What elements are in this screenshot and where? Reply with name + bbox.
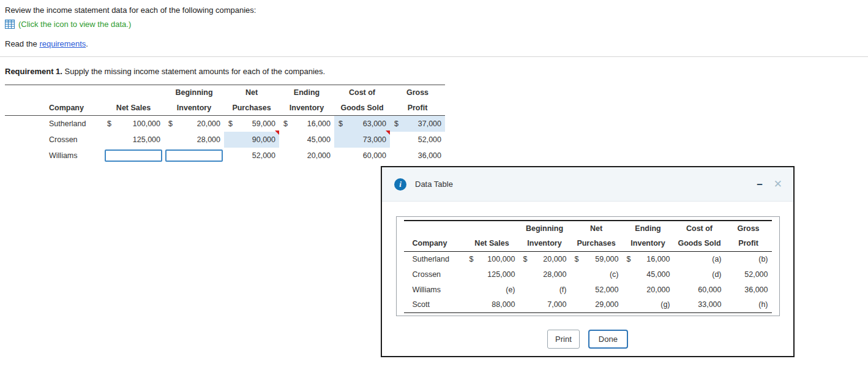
requirement-text: Supply the missing income statement amou…: [62, 67, 325, 76]
col-header-company: Company: [5, 100, 103, 116]
answer-marker-icon: [386, 131, 390, 135]
col-header-purchases: Purchases: [571, 236, 623, 251]
cell-net-purchases-answer[interactable]: 90,000: [224, 132, 279, 148]
cell-company: Crossen: [404, 267, 465, 282]
table-row-crossen: Crossen 125,000 28,000 (c) 45,000 (d) 52…: [404, 267, 772, 282]
cell-net-sales: 88,000: [465, 297, 519, 312]
requirements-link[interactable]: requirements: [39, 39, 86, 48]
cell-cost-of-goods-sold: 60,000: [674, 282, 725, 297]
col-header-profit: Profit: [390, 100, 445, 116]
currency-symbol: $: [523, 255, 528, 263]
col-header-profit: Profit: [725, 236, 772, 251]
cell-beginning-inventory: 28,000: [164, 132, 224, 148]
cell-net-purchases: (c): [571, 267, 623, 282]
col-header-cost-of: Cost of: [674, 221, 725, 236]
currency-symbol: $: [470, 255, 474, 263]
data-table: Beginning Net Ending Cost of Gross Compa…: [404, 220, 772, 313]
currency-symbol: $: [228, 119, 233, 128]
dialog-title: Data Table: [415, 180, 453, 189]
cell-gross-profit: (b): [725, 251, 772, 267]
col-header-beginning: Beginning: [164, 85, 224, 100]
read-prefix: Read the: [5, 39, 39, 48]
cell-net-purchases: $59,000: [224, 116, 279, 132]
cell-gross-profit: 36,000: [390, 148, 445, 164]
cell-beginning-inventory-input: [164, 148, 224, 164]
cell-beginning-inventory: (f): [519, 282, 571, 297]
col-header-net-sales: Net Sales: [465, 236, 519, 251]
requirement-label: Requirement 1.: [5, 67, 62, 76]
cell-net-sales-input: [103, 148, 164, 164]
currency-symbol: $: [283, 119, 288, 128]
header-row-top: Beginning Net Ending Cost of Gross: [404, 221, 772, 236]
cell-ending-inventory: 20,000: [279, 148, 334, 164]
cell-beginning-inventory: 28,000: [519, 267, 571, 282]
cell-net-purchases: 29,000: [571, 297, 623, 312]
table-row-sutherland: Sutherland $100,000 $20,000 $59,000 $16,…: [5, 116, 445, 132]
cell-company: Williams: [404, 282, 465, 297]
col-header-purchases: Purchases: [224, 100, 279, 116]
cell-ending-inventory: 20,000: [623, 282, 674, 297]
cell-beginning-inventory: 7,000: [519, 297, 571, 312]
cell-net-sales: 125,000: [465, 267, 519, 282]
currency-symbol: $: [339, 119, 343, 128]
info-icon: i: [394, 178, 406, 191]
table-row-scott: Scott 88,000 7,000 29,000 (g) 33,000 (h): [404, 297, 772, 312]
dialog-controls: – ✕: [757, 179, 782, 189]
cell-company: Scott: [404, 297, 465, 312]
print-button[interactable]: Print: [547, 330, 580, 349]
dialog-header: i Data Table – ✕: [382, 167, 793, 202]
cell-company: Crossen: [5, 132, 103, 148]
header-row-bottom: Company Net Sales Inventory Purchases In…: [5, 100, 445, 116]
cell-ending-inventory: 45,000: [623, 267, 674, 282]
cell-ending-inventory: $16,000: [623, 251, 674, 267]
currency-symbol: $: [575, 255, 579, 263]
cell-ending-inventory: $16,000: [279, 116, 334, 132]
col-header-ending: Ending: [279, 85, 334, 100]
answer-table: Beginning Net Ending Cost of Gross Compa…: [5, 85, 445, 164]
cell-net-purchases: 52,000: [224, 148, 279, 164]
cell-company: Williams: [5, 148, 103, 164]
close-icon[interactable]: ✕: [774, 179, 782, 189]
cell-net-sales: 125,000: [103, 132, 164, 148]
cell-cost-of-goods-sold: 33,000: [674, 297, 725, 312]
table-row-williams: Williams 52,000 20,000 60,000 36,000: [5, 148, 445, 164]
col-header-inventory: Inventory: [279, 100, 334, 116]
requirement-line: Requirement 1. Supply the missing income…: [0, 57, 868, 76]
minimize-icon[interactable]: –: [757, 179, 762, 189]
cell-cost-of-goods-sold-answer[interactable]: $63,000: [334, 116, 390, 132]
table-row-sutherland: Sutherland $100,000 $20,000 $59,000 $16,…: [404, 251, 772, 267]
col-header-ending: Ending: [623, 221, 674, 236]
col-header-net: Net: [224, 85, 279, 100]
col-header-net-sales: Net Sales: [103, 100, 164, 116]
cell-gross-profit: 36,000: [725, 282, 772, 297]
cell-net-sales: $100,000: [103, 116, 164, 132]
cell-net-sales: $100,000: [465, 251, 519, 267]
col-header-cost-of: Cost of: [334, 85, 390, 100]
read-period: .: [86, 39, 88, 48]
net-sales-input[interactable]: [105, 149, 162, 162]
cell-net-sales: (e): [465, 282, 519, 297]
col-header-inventory: Inventory: [623, 236, 674, 251]
header-row-top: Beginning Net Ending Cost of Gross: [5, 85, 445, 100]
cell-cost-of-goods-sold: (a): [674, 251, 725, 267]
cell-net-purchases: $59,000: [571, 251, 623, 267]
cell-company: Sutherland: [5, 116, 103, 132]
cell-gross-profit: 52,000: [725, 267, 772, 282]
col-header-goods-sold: Goods Sold: [334, 100, 390, 116]
done-button[interactable]: Done: [588, 330, 628, 349]
cell-net-purchases: 52,000: [571, 282, 623, 297]
cell-beginning-inventory: $20,000: [164, 116, 224, 132]
dialog-body: Beginning Net Ending Cost of Gross Compa…: [382, 216, 793, 349]
beginning-inventory-input[interactable]: [165, 149, 223, 162]
page: Review the income statement data for eac…: [0, 0, 868, 386]
data-table-dialog: i Data Table – ✕ Beginning: [381, 166, 795, 357]
cell-gross-profit: (h): [725, 297, 772, 312]
cell-gross-profit-answer[interactable]: $37,000: [390, 116, 445, 132]
currency-symbol: $: [394, 119, 398, 128]
table-row-williams: Williams (e) (f) 52,000 20,000 60,000 36…: [404, 282, 772, 297]
header-row-bottom: Company Net Sales Inventory Purchases In…: [404, 236, 772, 251]
currency-symbol: $: [627, 255, 631, 263]
cell-cost-of-goods-sold-answer[interactable]: 73,000: [334, 132, 390, 148]
read-row: Read the requirements.: [0, 29, 868, 48]
data-table-icon[interactable]: [5, 20, 15, 29]
